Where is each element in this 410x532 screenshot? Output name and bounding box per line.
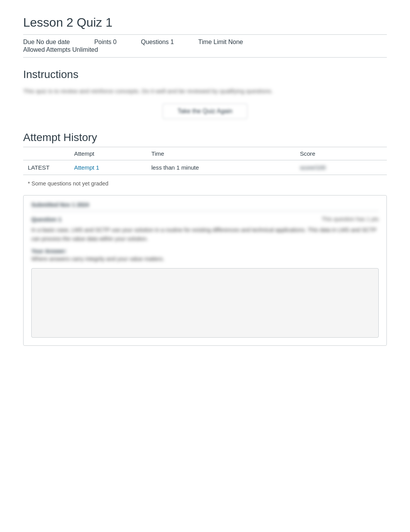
row-score: score/100	[295, 160, 387, 175]
col-attempt: Attempt	[69, 147, 147, 160]
question-label: Question 1	[31, 216, 61, 223]
attempt-history-title: Attempt History	[23, 131, 387, 144]
quiz-meta: Due No due date Points 0 Questions 1 Tim…	[23, 39, 387, 53]
answer-textarea[interactable]	[31, 268, 379, 338]
questions-label: Questions	[141, 39, 169, 46]
row-time: less than 1 minute	[147, 160, 295, 175]
attempt-link[interactable]: Attempt 1	[74, 164, 99, 171]
due-label: Due	[23, 39, 34, 46]
meta-row-2: Allowed Attempts Unlimited	[23, 46, 387, 53]
col-time: Time	[147, 147, 295, 160]
instructions-text: This quiz is to review and reinforce con…	[23, 87, 387, 96]
attempt-detail-header: Submitted Nov 1 2024	[31, 202, 379, 211]
question-header: Question 1 This question has 1 pts	[31, 216, 379, 223]
page-title: Lesson 2 Quiz 1	[23, 15, 387, 30]
row-attempt[interactable]: Attempt 1	[69, 160, 147, 175]
time-limit-value: None	[228, 39, 243, 46]
attempt-detail-box: Submitted Nov 1 2024 Question 1 This que…	[23, 195, 387, 346]
attempt-table: Attempt Time Score LATEST Attempt 1 less…	[23, 147, 387, 175]
meta-divider-bottom	[23, 57, 387, 58]
questions-value: 1	[171, 39, 174, 46]
col-status	[23, 147, 69, 160]
take-quiz-button[interactable]: Take the Quiz Again	[163, 104, 247, 119]
time-limit-label: Time Limit	[198, 39, 227, 46]
points-value: 0	[113, 39, 117, 46]
col-score: Score	[295, 147, 387, 160]
question-text: In a basic case, LMS and SCTP use your s…	[31, 226, 379, 243]
meta-divider	[23, 34, 387, 35]
allowed-attempts-label: Allowed Attempts	[23, 46, 71, 53]
your-answer-text: Where answers carry integrity and your v…	[31, 256, 379, 262]
question-block: Question 1 This question has 1 pts In a …	[31, 216, 379, 339]
your-answer-label: Your Answer:	[31, 248, 379, 254]
row-status: LATEST	[23, 160, 69, 175]
points-label: Points	[94, 39, 111, 46]
footnote: * Some questions not yet graded	[23, 178, 387, 189]
due-value: No due date	[36, 39, 70, 46]
meta-row-1: Due No due date Points 0 Questions 1 Tim…	[23, 39, 387, 46]
allowed-attempts-value: Unlimited	[72, 46, 98, 53]
question-points: This question has 1 pts	[322, 216, 379, 222]
instructions-title: Instructions	[23, 68, 387, 81]
table-row: LATEST Attempt 1 less than 1 minute scor…	[23, 160, 387, 175]
